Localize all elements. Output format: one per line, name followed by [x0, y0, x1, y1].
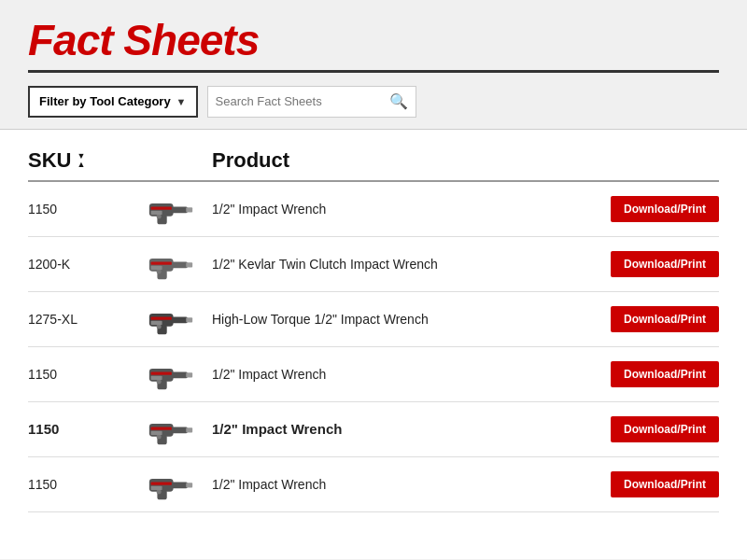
row-tool-image — [140, 412, 201, 447]
svg-rect-3 — [186, 207, 192, 212]
row-action: Download/Print — [598, 471, 719, 497]
row-sku: 1150 — [28, 421, 140, 437]
row-tool-image — [140, 246, 201, 282]
row-sku: 1275-XL — [28, 312, 140, 327]
row-action: Download/Print — [598, 196, 719, 222]
download-print-button[interactable]: Download/Print — [611, 196, 719, 222]
row-action: Download/Print — [598, 251, 719, 277]
table-row: 1150 1/2" Impact WrenchDownload/Print — [28, 402, 719, 457]
col-sku-header: SKU ▼ ▲ — [28, 148, 140, 173]
table-header: SKU ▼ ▲ Product — [28, 148, 719, 182]
table-row: 1150 1/2" Impact WrenchDownload/Print — [28, 347, 719, 402]
svg-rect-18 — [150, 316, 171, 319]
chevron-down-icon: ▼ — [176, 96, 187, 107]
sort-asc-icon[interactable]: ▲ — [77, 161, 85, 169]
svg-rect-11 — [150, 261, 171, 264]
svg-rect-10 — [186, 262, 192, 267]
search-icon[interactable]: 🔍 — [389, 92, 408, 110]
svg-rect-41 — [150, 485, 162, 489]
content-section: SKU ▼ ▲ Product 1150 1/2" Impact WrenchD… — [0, 130, 747, 559]
table-row: 1150 1/2" Impact WrenchDownload/Print — [28, 457, 719, 512]
filter-label: Filter by Tool Category — [39, 94, 171, 108]
rows-container: 1150 1/2" Impact WrenchDownload/Print120… — [28, 182, 719, 512]
row-tool-image — [140, 191, 201, 227]
row-tool-image — [140, 467, 201, 502]
svg-rect-6 — [150, 210, 162, 214]
svg-rect-27 — [150, 375, 162, 379]
table-row: 1275-XL High-Low Torque 1/2" Impact Wren… — [28, 292, 719, 347]
svg-rect-13 — [150, 265, 162, 269]
row-sku: 1200-K — [28, 257, 140, 272]
row-sku: 1150 — [28, 367, 140, 382]
row-action: Download/Print — [598, 361, 719, 387]
row-product-name: 1/2" Impact Wrench — [212, 202, 598, 217]
svg-rect-20 — [150, 320, 162, 324]
search-input[interactable] — [216, 94, 384, 108]
svg-rect-37 — [171, 482, 187, 488]
row-product-name: 1/2" Impact Wrench — [212, 367, 598, 382]
svg-rect-32 — [150, 427, 171, 429]
svg-rect-24 — [186, 372, 192, 377]
svg-rect-34 — [150, 430, 162, 434]
svg-rect-16 — [171, 316, 187, 323]
row-product-name: High-Low Torque 1/2" Impact Wrench — [212, 312, 598, 327]
col-product-header: Product — [212, 148, 719, 173]
row-product-name: 1/2" Kevlar Twin Clutch Impact Wrench — [212, 257, 598, 272]
sort-icons[interactable]: ▼ ▲ — [77, 152, 85, 169]
title-underline — [28, 70, 719, 73]
row-tool-image — [140, 301, 201, 337]
svg-rect-2 — [171, 206, 187, 213]
row-action: Download/Print — [598, 416, 719, 442]
svg-rect-31 — [186, 427, 192, 432]
row-tool-image — [140, 357, 201, 392]
download-print-button[interactable]: Download/Print — [611, 306, 719, 332]
svg-rect-38 — [186, 483, 192, 487]
search-wrapper: 🔍 — [207, 86, 416, 118]
row-sku: 1150 — [28, 202, 140, 217]
download-print-button[interactable]: Download/Print — [611, 416, 719, 442]
svg-rect-23 — [171, 371, 187, 378]
svg-rect-4 — [150, 206, 171, 209]
page-title: Fact Sheets — [28, 17, 719, 64]
download-print-button[interactable]: Download/Print — [611, 251, 719, 277]
filter-dropdown[interactable]: Filter by Tool Category ▼ — [28, 86, 198, 118]
svg-rect-9 — [171, 261, 187, 268]
download-print-button[interactable]: Download/Print — [611, 471, 719, 497]
download-print-button[interactable]: Download/Print — [611, 361, 719, 387]
svg-rect-39 — [150, 482, 171, 484]
svg-rect-30 — [171, 427, 187, 433]
row-product-name: 1/2" Impact Wrench — [212, 421, 598, 437]
svg-rect-25 — [150, 371, 171, 374]
row-action: Download/Print — [598, 306, 719, 332]
row-product-name: 1/2" Impact Wrench — [212, 477, 598, 492]
table-row: 1150 1/2" Impact WrenchDownload/Print — [28, 182, 719, 237]
header-section: Fact Sheets Filter by Tool Category ▼ 🔍 — [0, 0, 747, 130]
svg-rect-17 — [186, 317, 192, 322]
toolbar: Filter by Tool Category ▼ 🔍 — [28, 86, 719, 118]
row-sku: 1150 — [28, 477, 140, 492]
table-row: 1200-K 1/2" Kevlar Twin Clutch Impact Wr… — [28, 237, 719, 292]
